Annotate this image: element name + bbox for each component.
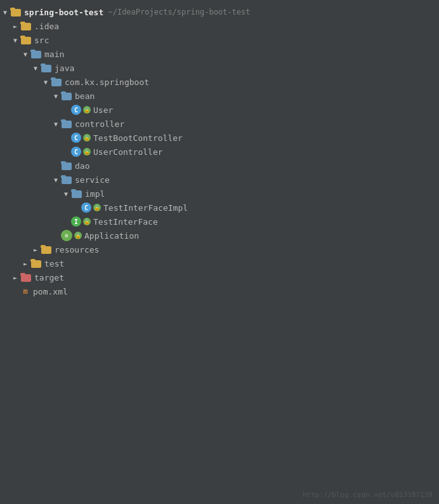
controller-label: controller <box>75 119 124 129</box>
uc-lock-icon: 🔒 <box>83 148 91 156</box>
watermark: http://blog.csdn.net/u013187139 <box>303 491 433 499</box>
idea-label: .idea <box>34 22 59 31</box>
project-tree: spring-boot-test ~/IdeaProjects/spring-b… <box>0 0 439 303</box>
tree-service[interactable]: service <box>0 173 439 187</box>
user-icons: C 🔒 <box>71 105 93 115</box>
dao-label: dao <box>75 161 89 171</box>
app-spring-icon: ⚙ <box>61 230 72 241</box>
tree-controller[interactable]: controller <box>0 117 439 131</box>
controller-arrow <box>51 121 61 128</box>
tree-impl[interactable]: impl <box>0 187 439 201</box>
service-label: service <box>75 175 110 185</box>
uc-icons: C 🔒 <box>71 147 93 157</box>
tif-icons: I 🔒 <box>71 216 93 227</box>
src-folder-icon <box>20 36 32 44</box>
tree-testbootcontroller[interactable]: C 🔒 TestBootController <box>0 131 439 145</box>
src-arrow <box>10 37 20 44</box>
impl-arrow <box>61 190 71 197</box>
tifi-class-icon: C <box>81 202 91 213</box>
tree-dao[interactable]: dao <box>0 159 439 173</box>
tree-idea[interactable]: .idea <box>0 19 439 33</box>
impl-folder-icon <box>71 189 82 198</box>
bean-label: bean <box>75 91 95 101</box>
tifi-icons: C 🔒 <box>81 202 103 213</box>
tree-resources[interactable]: resources <box>0 242 439 256</box>
app-label: Application <box>84 231 139 241</box>
target-arrow <box>10 274 20 281</box>
tree-target[interactable]: target <box>0 270 439 284</box>
tree-bean[interactable]: bean <box>0 89 439 103</box>
impl-label: impl <box>85 189 105 199</box>
tree-main[interactable]: main <box>0 47 439 61</box>
main-label: main <box>44 50 64 59</box>
user-class-icon: C <box>71 105 81 115</box>
tree-testinterfaceimpl[interactable]: C 🔒 TestInterFaceImpl <box>0 201 439 215</box>
root-arrow <box>0 9 10 16</box>
user-label: User <box>93 105 113 115</box>
java-arrow <box>30 65 41 72</box>
main-folder-icon <box>30 50 42 58</box>
springboot-folder-icon <box>51 77 62 86</box>
idea-arrow <box>10 23 20 30</box>
app-icons: ⚙ 🔒 <box>61 230 84 241</box>
resources-arrow <box>30 246 41 253</box>
springboot-arrow <box>41 79 51 86</box>
tree-src[interactable]: src <box>0 33 439 47</box>
tree-user[interactable]: C 🔒 User <box>0 103 439 117</box>
tree-root[interactable]: spring-boot-test ~/IdeaProjects/spring-b… <box>0 5 439 19</box>
springboot-label: com.kx.springboot <box>65 77 149 87</box>
resources-label: resources <box>55 245 99 255</box>
bean-arrow <box>51 93 61 100</box>
java-folder-icon <box>41 63 52 72</box>
uc-label: UserController <box>93 147 163 157</box>
root-label: spring-boot-test <box>24 8 103 17</box>
tree-test[interactable]: test <box>0 256 439 270</box>
tbc-label: TestBootController <box>93 133 183 143</box>
resources-folder-icon <box>41 245 52 254</box>
tbc-class-icon: C <box>71 133 81 143</box>
root-folder-icon <box>10 8 22 17</box>
main-arrow <box>20 51 30 58</box>
tree-usercontroller[interactable]: C 🔒 UserController <box>0 145 439 159</box>
tif-label: TestInterFace <box>93 217 158 227</box>
target-label: target <box>34 273 64 282</box>
tifi-label: TestInterFaceImpl <box>103 203 188 213</box>
uc-class-icon: C <box>71 147 81 157</box>
tree-application[interactable]: ⚙ 🔒 Application <box>0 229 439 242</box>
test-label: test <box>44 259 64 269</box>
src-label: src <box>34 36 49 45</box>
bean-folder-icon <box>61 91 72 100</box>
java-label: java <box>55 63 74 73</box>
root-path: ~/IdeaProjects/spring-boot-test <box>103 8 250 17</box>
tif-interface-icon: I <box>71 216 81 227</box>
user-lock-icon: 🔒 <box>83 106 91 114</box>
tree-testinterface[interactable]: I 🔒 TestInterFace <box>0 215 439 229</box>
test-arrow <box>20 260 30 267</box>
app-lock-icon: 🔒 <box>74 232 82 239</box>
service-arrow <box>51 176 61 183</box>
tree-com-kx-springboot[interactable]: com.kx.springboot <box>0 75 439 89</box>
idea-folder-icon <box>20 22 32 30</box>
pom-xml-icon: m <box>20 286 30 296</box>
tifi-lock-icon: 🔒 <box>93 204 101 211</box>
tree-java[interactable]: java <box>0 61 439 75</box>
dao-folder-icon <box>61 161 72 170</box>
tif-lock-icon: 🔒 <box>83 218 91 225</box>
pom-label: pom.xml <box>33 287 68 296</box>
tbc-lock-icon: 🔒 <box>83 134 91 142</box>
controller-folder-icon <box>61 119 72 128</box>
service-folder-icon <box>61 175 72 184</box>
tbc-icons: C 🔒 <box>71 133 93 143</box>
tree-pom-xml[interactable]: m pom.xml <box>0 284 439 298</box>
target-folder-icon <box>20 273 32 282</box>
test-folder-icon <box>30 259 42 268</box>
